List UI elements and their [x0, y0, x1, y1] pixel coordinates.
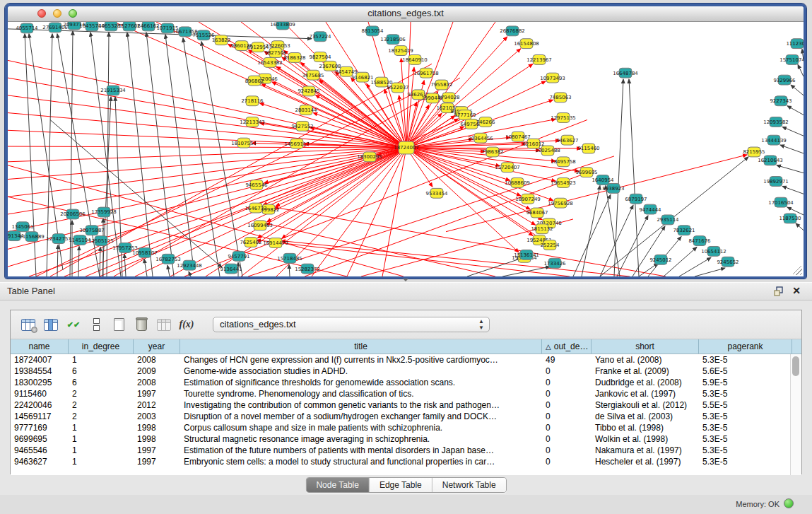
table-row[interactable]: 2242004622012Investigating the contribut…: [11, 399, 801, 411]
table-cell: Wolkin et al. (1998): [592, 433, 699, 445]
node-label: 12923448: [177, 263, 202, 269]
table-panel-body: ✔✔ f(x) citations_edges.txt ▲▼ namein_de…: [10, 310, 802, 474]
function-builder-icon[interactable]: f(x): [177, 316, 196, 333]
table-cell: 18724007: [11, 354, 69, 366]
select-columns-icon[interactable]: ✔✔: [64, 316, 83, 333]
node-label: 12213343: [240, 119, 265, 125]
table-row[interactable]: 1872400712008Changes of HCN gene express…: [11, 354, 801, 366]
float-panel-icon[interactable]: [774, 286, 784, 296]
vertical-scrollbar[interactable]: [790, 354, 801, 475]
node-label: 7986382: [481, 149, 503, 155]
panel-title: Table Panel: [7, 286, 55, 296]
table-cell: 1997: [134, 388, 180, 399]
network-canvas[interactable]: 1638229860128891295423226053982750616543…: [8, 22, 804, 276]
node-label: 746266: [476, 119, 495, 125]
node-label: 15751074: [779, 57, 804, 63]
tab-node-table[interactable]: Node Table: [306, 478, 370, 492]
table-cell: 18300295: [11, 377, 69, 388]
table-cell: 0: [542, 456, 592, 467]
table-row[interactable]: 977716911998Corpus callosum shape and si…: [11, 422, 801, 433]
column-header-in_degree[interactable]: in_degree: [69, 339, 134, 354]
delete-rows-icon[interactable]: [132, 316, 151, 333]
table-selector-value: citations_edges.txt: [220, 319, 296, 329]
column-header-pagerank[interactable]: pagerank: [699, 339, 792, 354]
node-label: 16543382: [257, 60, 283, 66]
node-label: 30975887: [79, 228, 105, 233]
table-cell: 9777169: [11, 422, 69, 433]
table-row[interactable]: 911546021997Tourette syndrome. Phenomeno…: [11, 388, 801, 399]
node-label: 10807467: [505, 134, 531, 140]
table-cell: 6: [69, 366, 134, 377]
table-cell: Structural magnetic resonance image aver…: [180, 433, 542, 445]
table-row[interactable]: 1938455462009Genome-wide association stu…: [11, 366, 801, 377]
table-cell: 0: [542, 399, 592, 411]
table-row[interactable]: 1830029562008Estimation of significance …: [11, 377, 801, 388]
table-row[interactable]: 946554611997Estimation of the future num…: [11, 445, 801, 456]
column-header-year[interactable]: year: [134, 339, 180, 354]
table-header-row: namein_degreeyeartitle△out_de…shortpager…: [11, 339, 801, 354]
node-label: 7832621: [673, 228, 695, 233]
table-panel-header: Table Panel ✕: [0, 282, 812, 300]
sort-ascending-icon: △: [546, 343, 551, 351]
tab-edge-table[interactable]: Edge Table: [370, 478, 433, 492]
table-cell: Nakamura et al. (1997): [592, 445, 699, 456]
network-graph[interactable]: 1638229860128891295423226053982750616543…: [8, 22, 804, 276]
table-cell: Corpus callosum shape and size in male p…: [180, 422, 542, 433]
node-label: 19756928: [548, 201, 573, 206]
scrollbar-thumb[interactable]: [792, 356, 799, 376]
node-label: 10688609: [505, 180, 530, 186]
node-label: 9533454: [425, 191, 448, 197]
node-label: 10654112: [701, 249, 726, 255]
node-label: 16210643: [758, 158, 783, 163]
table-cell: 5.3E-5: [699, 433, 792, 445]
node-label: 11156889: [19, 234, 45, 240]
node-label: 8454749: [335, 69, 357, 75]
table-settings-icon[interactable]: [19, 316, 37, 333]
table-cell: 0: [542, 433, 592, 445]
column-header-short[interactable]: short: [592, 339, 699, 354]
node-label: 10973493: [540, 76, 565, 81]
column-header-title[interactable]: title: [180, 339, 542, 354]
resize-grip-icon[interactable]: [793, 266, 802, 275]
show-columns-icon[interactable]: [42, 316, 60, 333]
table-cell: Franke et al. (2009): [592, 366, 699, 377]
create-table-icon[interactable]: [110, 316, 128, 333]
window-titlebar[interactable]: citations_edges.txt: [8, 6, 804, 22]
node-label: 9794028: [437, 95, 459, 100]
node-label: 20206506: [60, 211, 86, 217]
node-label: 252254: [541, 243, 560, 248]
table-cell: Tibbo et al. (1998): [592, 422, 699, 433]
node-label: 8522037: [387, 85, 408, 90]
table-selector-dropdown[interactable]: citations_edges.txt ▲▼: [213, 317, 490, 332]
row-height-icon[interactable]: [87, 316, 105, 333]
node-label: 19654923: [551, 180, 576, 186]
memory-status-indicator[interactable]: [784, 498, 794, 508]
table-cell: 0: [542, 377, 592, 388]
node-label: 8938923: [602, 186, 624, 192]
node-label: 1588520: [370, 80, 392, 86]
table-cell: Investigating the contribution of common…: [180, 399, 542, 411]
tab-network-table[interactable]: Network Table: [433, 478, 506, 492]
table-cell: 5.3E-5: [699, 388, 792, 399]
node-label: 9329966: [773, 78, 795, 83]
close-panel-icon[interactable]: ✕: [792, 285, 801, 296]
column-header-name[interactable]: name: [11, 339, 69, 354]
table-row[interactable]: 946362711997Embryonic stem cells: a mode…: [11, 456, 801, 467]
node-label: 16154808: [514, 41, 539, 47]
node-label: 9136441: [220, 267, 242, 272]
node-label: 18724007: [394, 146, 419, 151]
node-label: 2367608: [319, 64, 341, 69]
node-label: 7515526: [192, 33, 214, 38]
table-cell: 0: [542, 388, 592, 399]
node-label: 9245652: [717, 259, 739, 265]
table-row[interactable]: 969969511998Structural magnetic resonanc…: [11, 433, 801, 445]
status-bar: Memory: OK: [0, 495, 812, 514]
column-header-out_de[interactable]: △out_de…: [542, 339, 592, 354]
table-cell: 49: [542, 354, 592, 366]
node-label: 18325419: [388, 48, 413, 54]
node-label: 16648784: [613, 71, 638, 76]
table-row[interactable]: 1456911722003Disruption of a novel membe…: [11, 411, 801, 422]
node-label: 9457791: [228, 254, 249, 259]
table-cell: 2012: [134, 399, 180, 411]
table-panel: Table Panel ✕ ✔✔ f(x): [0, 282, 812, 495]
